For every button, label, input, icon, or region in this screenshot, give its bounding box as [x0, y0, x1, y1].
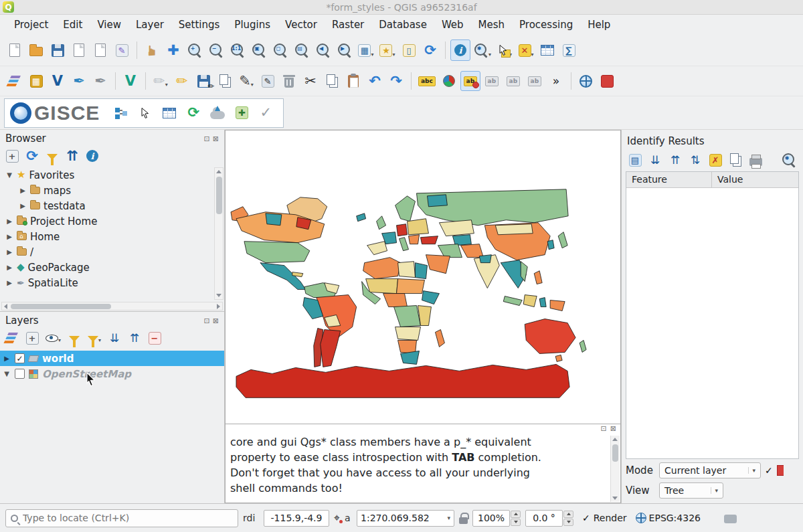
identify-copy-feature[interactable] — [727, 151, 744, 169]
browser-properties[interactable]: i — [84, 147, 101, 165]
layer-item-openstreetmap[interactable]: ▼OpenStreetMap — [0, 366, 224, 381]
layers-float-button[interactable]: ⊡ — [204, 317, 210, 325]
crs-status-button[interactable]: EPSG:4326 — [636, 513, 701, 523]
layers-styling-panel[interactable] — [3, 329, 21, 347]
lock-icon[interactable] — [459, 517, 468, 524]
refresh-map[interactable]: ⟳ — [420, 39, 440, 61]
layer-visibility-checkbox[interactable] — [15, 369, 25, 379]
new-print-layout[interactable] — [69, 39, 89, 61]
menu-project[interactable]: Project — [8, 17, 54, 33]
current-edits[interactable]: ✏▾ — [151, 71, 171, 91]
save-layer-edits[interactable]: ✏ — [193, 71, 213, 91]
browser-item-favorites[interactable]: ▼★Favorites — [3, 167, 213, 183]
zoom-next[interactable]: ▶ — [335, 39, 355, 61]
messages-icon[interactable] — [724, 515, 737, 523]
console-float-button[interactable]: ⊡ — [601, 425, 607, 434]
gisce-upload[interactable] — [206, 101, 229, 125]
new-map-view[interactable]: ▦▾ — [356, 39, 376, 61]
digitize-copy-features[interactable] — [215, 71, 235, 91]
console-text[interactable]: core and gui Qgs* class members have a p… — [226, 434, 620, 503]
toolbar-extension[interactable]: » — [546, 71, 566, 91]
browser-close-button[interactable]: ⊠ — [213, 135, 219, 143]
menu-web[interactable]: Web — [436, 17, 470, 33]
copy-features[interactable] — [322, 71, 342, 91]
collapsed-arrow-icon[interactable]: ▶ — [3, 355, 11, 362]
identify-collapse-tree[interactable]: ⇈ — [666, 151, 684, 169]
collapsed-arrow-icon[interactable]: ▶ — [5, 279, 13, 286]
vertex-tool[interactable]: ✎▾ — [236, 71, 256, 91]
browser-collapse-all[interactable]: ⇈ — [64, 147, 81, 165]
data-source-manager[interactable]: ▦ — [26, 71, 46, 91]
zoom-in[interactable]: + — [185, 39, 205, 61]
scrollbar-thumb[interactable] — [612, 444, 618, 462]
menu-processing[interactable]: Processing — [513, 17, 579, 33]
map-canvas[interactable] — [225, 130, 621, 424]
menu-help[interactable]: Help — [582, 17, 616, 33]
browser-float-button[interactable]: ⊡ — [204, 135, 210, 143]
layers-remove[interactable]: − — [146, 329, 163, 347]
multiedit-attributes[interactable]: ✎ — [258, 71, 278, 91]
identify-expand-tree[interactable]: ⇊ — [646, 151, 664, 169]
gisce-validate[interactable]: ✓ — [254, 101, 277, 125]
browser-item-project-home[interactable]: ▶Project Home — [3, 213, 213, 229]
select-features[interactable]: ▾ — [495, 39, 515, 61]
scroll-up-arrow[interactable] — [611, 436, 619, 443]
menu-settings[interactable]: Settings — [173, 17, 226, 33]
scroll-right-arrow[interactable] — [215, 302, 222, 310]
layer-labeling-options[interactable]: ab — [460, 71, 480, 91]
magnifier-spinbox[interactable]: 100% — [472, 510, 521, 527]
pan-to-selection[interactable]: ✚ — [163, 39, 183, 61]
gisce-pointer[interactable] — [134, 101, 157, 125]
locate-search-box[interactable] — [5, 509, 238, 527]
identify-expand-new-results[interactable]: ⇅ — [687, 151, 704, 169]
zoom-to-selection[interactable]: ◻ — [270, 39, 290, 61]
locate-input[interactable] — [18, 513, 219, 523]
coordinate-input[interactable]: -115.9,-4.9 — [264, 510, 329, 527]
scroll-left-arrow[interactable] — [2, 302, 9, 310]
column-header-value[interactable]: Value — [712, 172, 748, 187]
gisce-hierarchy[interactable] — [110, 101, 132, 125]
identify-results-content[interactable] — [626, 188, 798, 458]
scroll-down-arrow[interactable] — [215, 292, 223, 299]
identify-open-form[interactable]: ▤ — [626, 151, 644, 169]
menu-raster[interactable]: Raster — [326, 17, 370, 33]
browser-refresh[interactable]: ⟳ — [23, 147, 41, 165]
paste-features[interactable] — [343, 71, 363, 91]
menu-vector[interactable]: Vector — [279, 17, 323, 33]
collapsed-arrow-icon[interactable]: ▶ — [19, 202, 27, 209]
identify-features[interactable]: i — [450, 39, 470, 61]
collapsed-arrow-icon[interactable]: ▶ — [19, 187, 27, 194]
layers-add-group[interactable]: + — [23, 329, 41, 347]
browser-item-maps[interactable]: ▶maps — [3, 183, 213, 198]
zoom-full[interactable]: ▣ — [249, 39, 269, 61]
view-combobox[interactable]: Tree ▾ — [659, 482, 723, 499]
gisce-add-layer[interactable]: ✚ — [230, 101, 253, 125]
new-shapefile-layer[interactable]: V — [48, 71, 68, 91]
save-project[interactable] — [48, 39, 68, 61]
collapsed-arrow-icon[interactable]: ▶ — [5, 217, 13, 225]
layers-collapse-all[interactable]: ⇈ — [126, 329, 143, 347]
layers-expand-all[interactable]: ⇊ — [106, 329, 123, 347]
new-geopackage-layer[interactable]: ✒ — [69, 71, 89, 91]
layers-map-themes[interactable]: ▾ — [43, 329, 63, 347]
coordinate-extent-toggle-icon[interactable]: ⌖ — [334, 513, 340, 523]
run-feature-action[interactable]: ✱▾ — [472, 39, 493, 61]
render-checkbox[interactable]: ✓ Render — [582, 513, 627, 523]
zoom-to-layer[interactable]: ▤ — [292, 39, 312, 61]
new-spatial-bookmark[interactable]: ★▾ — [377, 39, 397, 61]
browser-horizontal-scrollbar[interactable] — [1, 302, 223, 311]
open-project[interactable] — [26, 39, 46, 61]
identify-auto-open-check-icon[interactable]: ✓ — [765, 465, 773, 476]
spin-up-icon[interactable] — [511, 511, 521, 518]
pan-map[interactable]: ☛ — [142, 39, 162, 61]
spin-down-icon[interactable] — [511, 519, 521, 526]
deselect-features[interactable]: ✕▾ — [516, 39, 536, 61]
browser-item-testdata[interactable]: ▶testdata — [3, 198, 213, 213]
menu-plugins[interactable]: Plugins — [228, 17, 276, 33]
browser-add-selected-layers[interactable]: + — [3, 147, 21, 165]
clipped-toolbar-item[interactable] — [598, 71, 618, 91]
zoom-out[interactable]: − — [206, 39, 226, 61]
toggle-editing[interactable]: ✏ — [172, 71, 192, 91]
spin-up-icon[interactable] — [563, 511, 573, 518]
open-layer-styling-panel[interactable] — [5, 71, 25, 91]
